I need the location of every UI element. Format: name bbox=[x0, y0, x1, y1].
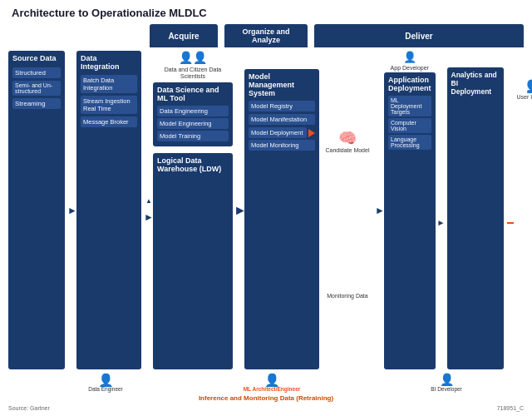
ds-item-me: Model Engineering bbox=[157, 118, 229, 129]
app-item-lp: Language Processing bbox=[388, 135, 431, 150]
footer: Source: Gartner 718951_C bbox=[8, 405, 524, 411]
arrow-3: ► bbox=[236, 51, 244, 369]
mid-column: 🧠 Candidate Model Monitoring Data bbox=[323, 51, 372, 369]
candidate-label: Candidate Model bbox=[326, 147, 370, 154]
source-label: Source: Gartner bbox=[8, 405, 50, 411]
app-developer-label: App Developer bbox=[384, 65, 436, 71]
bi-developer-label: BI Developer bbox=[431, 386, 462, 393]
arrow-up-icon: ▲ bbox=[145, 197, 152, 205]
citizen-icon: 👤👤 bbox=[153, 51, 233, 64]
phase-organize: Organize and Analyze bbox=[224, 24, 308, 47]
ds-item-mt: Model Training bbox=[157, 131, 229, 141]
main-area: Source Data Structured Semi- and Un-stru… bbox=[8, 51, 524, 369]
ldw-title: Logical Data Warehouse (LDW) bbox=[157, 156, 229, 173]
di-item-message: Message Broker bbox=[81, 116, 137, 127]
data-engineer-label: Data Engineer bbox=[88, 386, 123, 393]
ds-item-de: Data Engineering bbox=[157, 106, 229, 116]
citizen-label: Data and Citizen Data Scientists bbox=[153, 67, 233, 81]
bi-developer-icon: 👤 bbox=[440, 373, 454, 386]
analytics-title: Analytics and BI Deployment bbox=[451, 71, 500, 96]
ml-architect-role: 👤 ML Architect/Engineer bbox=[234, 374, 309, 393]
analytics-column: Analytics and BI Deployment bbox=[447, 51, 504, 369]
analytics-box: Analytics and BI Deployment bbox=[447, 67, 504, 369]
arrow-5: ► bbox=[439, 51, 444, 369]
inference-banner: Inference and Monitoring Data (Retrainin… bbox=[8, 394, 524, 402]
candidate-icon: 🧠 bbox=[326, 129, 370, 147]
orange-triangle-icon bbox=[308, 129, 315, 137]
ml-architect-icon: 👤 bbox=[264, 374, 280, 386]
diagram: Acquire Organize and Analyze Deliver Sou… bbox=[8, 24, 524, 402]
arrow-6 bbox=[507, 51, 514, 369]
user-interface-column: 👥 User Interface bbox=[517, 51, 532, 369]
app-item-ml: ML Deployment Targets bbox=[388, 96, 431, 116]
app-deployment-column: 👤 App Developer Application Deployment M… bbox=[384, 51, 436, 369]
candidate-model: 🧠 Candidate Model bbox=[326, 129, 370, 154]
data-integration-box: Data Integration Batch Data Integration … bbox=[76, 51, 141, 369]
source-data-title: Source Data bbox=[12, 54, 61, 62]
ds-title: Data Science and ML Tool bbox=[157, 86, 229, 102]
mms-column: Model Management System Model Registry M… bbox=[244, 51, 319, 369]
bi-developer-spacer bbox=[447, 51, 504, 66]
mms-box: Model Management System Model Registry M… bbox=[244, 69, 319, 369]
app-developer-icon: 👤 bbox=[384, 51, 436, 63]
analytics-arrow-icon: ► bbox=[437, 218, 446, 227]
data-integration-title: Data Integration bbox=[81, 54, 137, 71]
user-interface-label: User Interface bbox=[517, 94, 532, 100]
ml-architect-label: ML Architect/Engineer bbox=[244, 386, 301, 393]
deliver-right: 👤 App Developer Application Deployment M… bbox=[384, 51, 532, 369]
mms-title: Model Management System bbox=[249, 72, 315, 97]
arrow-1: ► bbox=[68, 51, 76, 369]
bi-developer-role: 👤 BI Developer bbox=[369, 373, 524, 393]
monitoring-data: Monitoring Data bbox=[327, 293, 367, 300]
mms-item-manifest: Model Manifestation bbox=[249, 114, 315, 125]
source-item-structured: Structured bbox=[12, 67, 61, 78]
data-engineer-role: 👤 Data Engineer bbox=[73, 374, 138, 393]
app-deployment-title: Application Deployment bbox=[388, 76, 431, 92]
source-item-streaming: Streaming bbox=[12, 98, 61, 109]
user-interface-icon: 👥 bbox=[526, 76, 532, 94]
data-engineer-icon: 👤 bbox=[98, 374, 114, 386]
deliver-top-row: 👤 App Developer Application Deployment M… bbox=[384, 51, 532, 369]
user-interface-arrow-icon bbox=[507, 222, 514, 224]
mms-item-monitor: Model Monitoring bbox=[249, 140, 315, 151]
app-item-cv: Computer Vision bbox=[388, 118, 431, 133]
phase-headers: Acquire Organize and Analyze Deliver bbox=[8, 24, 524, 47]
di-item-stream: Stream Ingestion Real Time bbox=[81, 96, 137, 114]
source-data-column: Source Data Structured Semi- and Un-stru… bbox=[8, 51, 65, 369]
page-title: Architecture to Operationalize MLDLC bbox=[8, 7, 524, 19]
arrow-4: ► bbox=[376, 51, 384, 369]
source-item-semi: Semi- and Un-structured bbox=[12, 81, 61, 96]
data-integration-column: Data Integration Batch Data Integration … bbox=[76, 51, 141, 369]
roles-section: 👤 Data Engineer 👤 ML Architect/Engineer … bbox=[8, 373, 524, 393]
app-deployment-box: Application Deployment ML Deployment Tar… bbox=[384, 72, 436, 369]
source-data-box: Source Data Structured Semi- and Un-stru… bbox=[8, 51, 65, 369]
arrow-2: ▲ ► bbox=[145, 51, 153, 369]
code-label: 718951_C bbox=[497, 405, 524, 411]
mms-item-registry: Model Registry bbox=[249, 101, 315, 111]
phase-acquire: Acquire bbox=[150, 24, 218, 47]
ds-box: Data Science and ML Tool Data Engineerin… bbox=[153, 82, 233, 146]
monitoring-label: Monitoring Data bbox=[327, 293, 367, 300]
inference-label: Inference and Monitoring Data (Retrainin… bbox=[199, 394, 333, 402]
di-item-batch: Batch Data Integration bbox=[81, 75, 137, 93]
phase-deliver: Deliver bbox=[314, 24, 524, 47]
mms-item-deploy: Model Deployment bbox=[249, 127, 307, 138]
organize-column: 👤👤 Data and Citizen Data Scientists Data… bbox=[153, 51, 233, 369]
ldw-box: Logical Data Warehouse (LDW) bbox=[153, 153, 233, 369]
